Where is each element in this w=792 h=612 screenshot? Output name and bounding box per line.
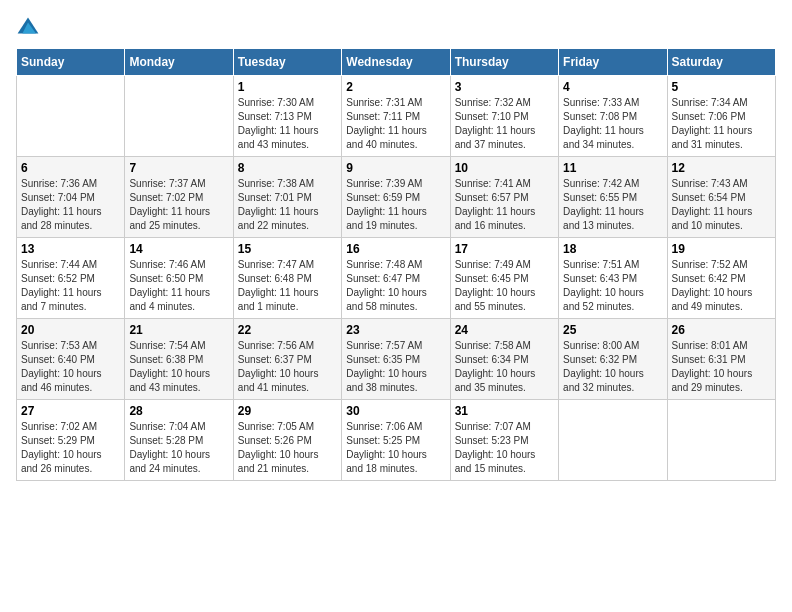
calendar-cell: 16Sunrise: 7:48 AMSunset: 6:47 PMDayligh… — [342, 238, 450, 319]
day-info: Sunrise: 7:39 AMSunset: 6:59 PMDaylight:… — [346, 177, 445, 233]
calendar-cell — [125, 76, 233, 157]
calendar-cell: 15Sunrise: 7:47 AMSunset: 6:48 PMDayligh… — [233, 238, 341, 319]
calendar-cell: 2Sunrise: 7:31 AMSunset: 7:11 PMDaylight… — [342, 76, 450, 157]
calendar-cell: 31Sunrise: 7:07 AMSunset: 5:23 PMDayligh… — [450, 400, 558, 481]
calendar-cell: 28Sunrise: 7:04 AMSunset: 5:28 PMDayligh… — [125, 400, 233, 481]
day-number: 16 — [346, 242, 445, 256]
day-number: 7 — [129, 161, 228, 175]
day-info: Sunrise: 7:49 AMSunset: 6:45 PMDaylight:… — [455, 258, 554, 314]
week-row-4: 20Sunrise: 7:53 AMSunset: 6:40 PMDayligh… — [17, 319, 776, 400]
day-info: Sunrise: 7:36 AMSunset: 7:04 PMDaylight:… — [21, 177, 120, 233]
calendar-cell: 4Sunrise: 7:33 AMSunset: 7:08 PMDaylight… — [559, 76, 667, 157]
day-number: 25 — [563, 323, 662, 337]
calendar-cell: 1Sunrise: 7:30 AMSunset: 7:13 PMDaylight… — [233, 76, 341, 157]
calendar-cell: 18Sunrise: 7:51 AMSunset: 6:43 PMDayligh… — [559, 238, 667, 319]
day-info: Sunrise: 7:42 AMSunset: 6:55 PMDaylight:… — [563, 177, 662, 233]
day-info: Sunrise: 8:00 AMSunset: 6:32 PMDaylight:… — [563, 339, 662, 395]
day-info: Sunrise: 7:43 AMSunset: 6:54 PMDaylight:… — [672, 177, 771, 233]
day-number: 4 — [563, 80, 662, 94]
day-info: Sunrise: 7:30 AMSunset: 7:13 PMDaylight:… — [238, 96, 337, 152]
day-info: Sunrise: 7:44 AMSunset: 6:52 PMDaylight:… — [21, 258, 120, 314]
week-row-2: 6Sunrise: 7:36 AMSunset: 7:04 PMDaylight… — [17, 157, 776, 238]
day-info: Sunrise: 8:01 AMSunset: 6:31 PMDaylight:… — [672, 339, 771, 395]
calendar-cell: 17Sunrise: 7:49 AMSunset: 6:45 PMDayligh… — [450, 238, 558, 319]
day-header-tuesday: Tuesday — [233, 49, 341, 76]
calendar-cell: 7Sunrise: 7:37 AMSunset: 7:02 PMDaylight… — [125, 157, 233, 238]
day-number: 15 — [238, 242, 337, 256]
calendar-header: SundayMondayTuesdayWednesdayThursdayFrid… — [17, 49, 776, 76]
day-info: Sunrise: 7:46 AMSunset: 6:50 PMDaylight:… — [129, 258, 228, 314]
calendar-cell: 14Sunrise: 7:46 AMSunset: 6:50 PMDayligh… — [125, 238, 233, 319]
calendar-cell: 12Sunrise: 7:43 AMSunset: 6:54 PMDayligh… — [667, 157, 775, 238]
day-number: 27 — [21, 404, 120, 418]
calendar-cell: 20Sunrise: 7:53 AMSunset: 6:40 PMDayligh… — [17, 319, 125, 400]
day-number: 13 — [21, 242, 120, 256]
day-number: 8 — [238, 161, 337, 175]
page-header — [16, 16, 776, 40]
calendar-cell — [667, 400, 775, 481]
day-info: Sunrise: 7:54 AMSunset: 6:38 PMDaylight:… — [129, 339, 228, 395]
day-number: 28 — [129, 404, 228, 418]
day-info: Sunrise: 7:31 AMSunset: 7:11 PMDaylight:… — [346, 96, 445, 152]
day-info: Sunrise: 7:57 AMSunset: 6:35 PMDaylight:… — [346, 339, 445, 395]
day-info: Sunrise: 7:58 AMSunset: 6:34 PMDaylight:… — [455, 339, 554, 395]
day-number: 20 — [21, 323, 120, 337]
day-number: 31 — [455, 404, 554, 418]
calendar-cell: 27Sunrise: 7:02 AMSunset: 5:29 PMDayligh… — [17, 400, 125, 481]
day-header-wednesday: Wednesday — [342, 49, 450, 76]
calendar-cell: 9Sunrise: 7:39 AMSunset: 6:59 PMDaylight… — [342, 157, 450, 238]
calendar-body: 1Sunrise: 7:30 AMSunset: 7:13 PMDaylight… — [17, 76, 776, 481]
calendar-cell: 19Sunrise: 7:52 AMSunset: 6:42 PMDayligh… — [667, 238, 775, 319]
day-info: Sunrise: 7:41 AMSunset: 6:57 PMDaylight:… — [455, 177, 554, 233]
day-number: 10 — [455, 161, 554, 175]
day-number: 19 — [672, 242, 771, 256]
calendar-cell: 5Sunrise: 7:34 AMSunset: 7:06 PMDaylight… — [667, 76, 775, 157]
calendar-cell: 26Sunrise: 8:01 AMSunset: 6:31 PMDayligh… — [667, 319, 775, 400]
day-info: Sunrise: 7:51 AMSunset: 6:43 PMDaylight:… — [563, 258, 662, 314]
calendar-cell: 22Sunrise: 7:56 AMSunset: 6:37 PMDayligh… — [233, 319, 341, 400]
day-number: 17 — [455, 242, 554, 256]
calendar-cell: 8Sunrise: 7:38 AMSunset: 7:01 PMDaylight… — [233, 157, 341, 238]
day-header-saturday: Saturday — [667, 49, 775, 76]
day-header-thursday: Thursday — [450, 49, 558, 76]
day-number: 29 — [238, 404, 337, 418]
calendar-cell: 11Sunrise: 7:42 AMSunset: 6:55 PMDayligh… — [559, 157, 667, 238]
calendar-cell — [17, 76, 125, 157]
day-header-sunday: Sunday — [17, 49, 125, 76]
day-info: Sunrise: 7:04 AMSunset: 5:28 PMDaylight:… — [129, 420, 228, 476]
calendar-cell: 30Sunrise: 7:06 AMSunset: 5:25 PMDayligh… — [342, 400, 450, 481]
calendar-cell: 25Sunrise: 8:00 AMSunset: 6:32 PMDayligh… — [559, 319, 667, 400]
day-info: Sunrise: 7:56 AMSunset: 6:37 PMDaylight:… — [238, 339, 337, 395]
day-number: 1 — [238, 80, 337, 94]
calendar-table: SundayMondayTuesdayWednesdayThursdayFrid… — [16, 48, 776, 481]
logo — [16, 16, 44, 40]
day-info: Sunrise: 7:07 AMSunset: 5:23 PMDaylight:… — [455, 420, 554, 476]
day-number: 2 — [346, 80, 445, 94]
calendar-cell — [559, 400, 667, 481]
calendar-cell: 13Sunrise: 7:44 AMSunset: 6:52 PMDayligh… — [17, 238, 125, 319]
day-number: 6 — [21, 161, 120, 175]
day-info: Sunrise: 7:02 AMSunset: 5:29 PMDaylight:… — [21, 420, 120, 476]
day-number: 9 — [346, 161, 445, 175]
logo-icon — [16, 16, 40, 40]
calendar-cell: 29Sunrise: 7:05 AMSunset: 5:26 PMDayligh… — [233, 400, 341, 481]
week-row-5: 27Sunrise: 7:02 AMSunset: 5:29 PMDayligh… — [17, 400, 776, 481]
day-number: 12 — [672, 161, 771, 175]
day-info: Sunrise: 7:06 AMSunset: 5:25 PMDaylight:… — [346, 420, 445, 476]
calendar-cell: 3Sunrise: 7:32 AMSunset: 7:10 PMDaylight… — [450, 76, 558, 157]
calendar-cell: 10Sunrise: 7:41 AMSunset: 6:57 PMDayligh… — [450, 157, 558, 238]
calendar-cell: 6Sunrise: 7:36 AMSunset: 7:04 PMDaylight… — [17, 157, 125, 238]
day-number: 22 — [238, 323, 337, 337]
day-info: Sunrise: 7:33 AMSunset: 7:08 PMDaylight:… — [563, 96, 662, 152]
day-info: Sunrise: 7:38 AMSunset: 7:01 PMDaylight:… — [238, 177, 337, 233]
calendar-cell: 24Sunrise: 7:58 AMSunset: 6:34 PMDayligh… — [450, 319, 558, 400]
day-info: Sunrise: 7:34 AMSunset: 7:06 PMDaylight:… — [672, 96, 771, 152]
day-number: 21 — [129, 323, 228, 337]
day-info: Sunrise: 7:47 AMSunset: 6:48 PMDaylight:… — [238, 258, 337, 314]
day-header-friday: Friday — [559, 49, 667, 76]
day-number: 5 — [672, 80, 771, 94]
day-info: Sunrise: 7:48 AMSunset: 6:47 PMDaylight:… — [346, 258, 445, 314]
day-number: 3 — [455, 80, 554, 94]
week-row-1: 1Sunrise: 7:30 AMSunset: 7:13 PMDaylight… — [17, 76, 776, 157]
day-number: 30 — [346, 404, 445, 418]
